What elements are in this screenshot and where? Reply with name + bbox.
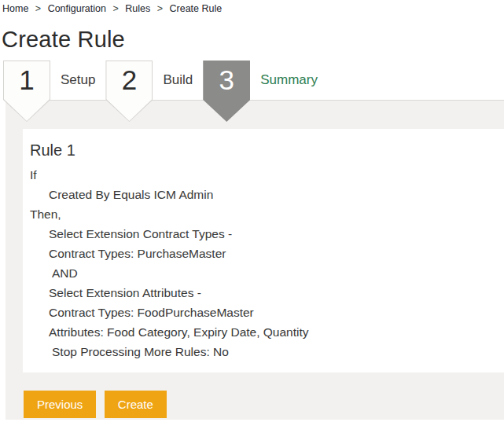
breadcrumb-separator: >: [112, 3, 118, 14]
rule-line: Created By Equals ICM Admin: [30, 185, 496, 204]
create-button[interactable]: Create: [105, 391, 167, 418]
previous-button[interactable]: Previous: [24, 391, 96, 418]
step-3-label[interactable]: Summary: [260, 61, 318, 100]
breadcrumb-separator: >: [35, 3, 41, 14]
rule-line: Attributes: Food Category, Expiry Date, …: [30, 322, 496, 342]
step-1-number: 1: [3, 61, 50, 100]
step-3-number: 3: [203, 61, 250, 100]
step-2-number: 2: [105, 61, 153, 100]
rule-line: Stop Processing More Rules: No: [30, 342, 496, 361]
step-1-label[interactable]: Setup: [61, 61, 95, 100]
rule-line: Contract Types: FoodPurchaseMaster: [30, 303, 496, 322]
rule-summary-card: Rule 1 If Created By Equals ICM Admin Th…: [23, 129, 504, 372]
rule-line: AND: [30, 263, 496, 283]
rule-line: Select Extension Contract Types -: [30, 224, 496, 244]
rule-line: Contract Types: PurchaseMaster: [30, 244, 496, 263]
rule-line: Select Extension Attributes -: [30, 283, 496, 303]
breadcrumb-separator: >: [157, 3, 163, 14]
wizard-stepper: 1 Setup 2 Build 3 Summary: [3, 61, 504, 100]
breadcrumb-create-rule[interactable]: Create Rule: [170, 3, 223, 14]
breadcrumb-rules[interactable]: Rules: [125, 3, 150, 14]
step-2-label[interactable]: Build: [163, 61, 193, 100]
wizard-actions: Previous Create: [24, 391, 504, 418]
rule-line: If: [30, 165, 496, 185]
create-rule-page: Home > Configuration > Rules > Create Ru…: [0, 0, 504, 422]
page-title: Create Rule: [2, 26, 504, 53]
breadcrumb-home[interactable]: Home: [2, 3, 28, 14]
breadcrumb: Home > Configuration > Rules > Create Ru…: [0, 0, 504, 14]
breadcrumb-configuration[interactable]: Configuration: [48, 3, 106, 14]
wizard-summary-panel: Rule 1 If Created By Equals ICM Admin Th…: [6, 100, 504, 420]
rule-name-heading: Rule 1: [30, 139, 496, 162]
rule-line: Then,: [30, 204, 496, 224]
